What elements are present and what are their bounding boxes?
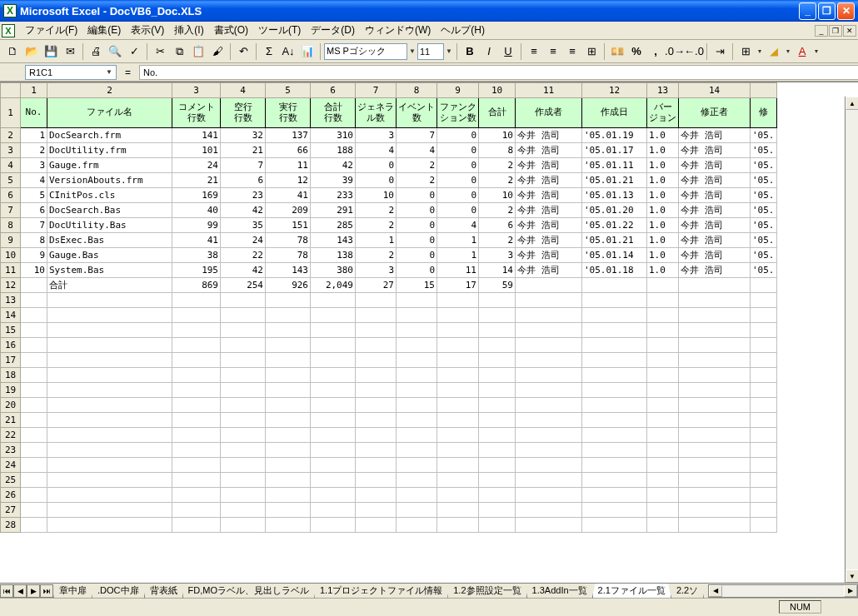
empty-cell[interactable] [679, 413, 751, 428]
empty-cell[interactable] [679, 503, 751, 518]
fill-color-button[interactable]: ◢ [765, 42, 783, 61]
header-cell[interactable]: バージョン [647, 98, 679, 128]
sheet-tab[interactable]: 1.1プロジェクトファイル情報 [314, 584, 448, 599]
data-cell[interactable]: 0 [437, 128, 479, 143]
empty-cell[interactable] [437, 488, 479, 503]
data-cell[interactable]: 137 [266, 128, 311, 143]
data-cell[interactable]: 今井 浩司 [516, 218, 582, 233]
data-cell[interactable]: 41 [266, 188, 311, 203]
data-cell[interactable]: 40 [172, 203, 221, 218]
row-header[interactable]: 5 [1, 173, 21, 188]
data-cell[interactable]: '05. [751, 128, 777, 143]
empty-cell[interactable] [479, 293, 516, 308]
empty-cell[interactable] [356, 413, 397, 428]
empty-cell[interactable] [679, 398, 751, 413]
empty-cell[interactable] [437, 443, 479, 458]
empty-cell[interactable] [582, 398, 647, 413]
row-header[interactable]: 16 [1, 338, 21, 353]
empty-cell[interactable] [397, 488, 437, 503]
data-cell[interactable]: 143 [311, 233, 356, 248]
mdi-restore-button[interactable]: ❐ [829, 25, 842, 37]
row-header[interactable]: 18 [1, 368, 21, 383]
data-cell[interactable]: 0 [397, 218, 437, 233]
empty-cell[interactable] [221, 323, 266, 338]
empty-cell[interactable] [751, 503, 777, 518]
data-cell[interactable]: 99 [172, 218, 221, 233]
data-cell[interactable]: 78 [266, 233, 311, 248]
empty-cell[interactable] [751, 443, 777, 458]
tab-last-button[interactable]: ⏭ [40, 584, 53, 598]
empty-cell[interactable] [397, 338, 437, 353]
data-cell[interactable]: 14 [479, 263, 516, 278]
row-header[interactable]: 13 [1, 293, 21, 308]
sheet-tab[interactable]: .DOC中扉 [92, 584, 145, 599]
empty-cell[interactable] [172, 413, 221, 428]
empty-cell[interactable] [356, 293, 397, 308]
row-header[interactable]: 21 [1, 413, 21, 428]
data-cell[interactable]: 195 [172, 263, 221, 278]
column-header[interactable]: 3 [172, 83, 221, 98]
empty-cell[interactable] [356, 368, 397, 383]
empty-cell[interactable] [172, 293, 221, 308]
minimize-button[interactable]: _ [799, 2, 816, 20]
row-header[interactable]: 4 [1, 158, 21, 173]
data-cell[interactable]: 38 [172, 248, 221, 263]
empty-cell[interactable] [47, 413, 172, 428]
empty-cell[interactable] [221, 518, 266, 533]
data-cell[interactable]: 今井 浩司 [679, 143, 751, 158]
empty-cell[interactable] [582, 458, 647, 473]
total-cell[interactable]: 2,049 [311, 278, 356, 293]
empty-cell[interactable] [311, 428, 356, 443]
data-cell[interactable]: 11 [266, 158, 311, 173]
row-header[interactable]: 25 [1, 473, 21, 488]
empty-cell[interactable] [172, 428, 221, 443]
empty-cell[interactable] [679, 338, 751, 353]
mdi-close-button[interactable]: ✕ [843, 25, 856, 37]
empty-cell[interactable] [582, 443, 647, 458]
sort-asc-button[interactable]: A↓ [279, 42, 297, 61]
close-button[interactable]: ✕ [837, 2, 855, 20]
empty-cell[interactable] [172, 323, 221, 338]
data-cell[interactable]: 39 [311, 173, 356, 188]
data-cell[interactable]: 42 [221, 263, 266, 278]
empty-cell[interactable] [582, 293, 647, 308]
vertical-scrollbar[interactable]: ▲ ▼ [845, 97, 858, 583]
empty-cell[interactable] [221, 488, 266, 503]
empty-cell[interactable] [311, 518, 356, 533]
header-cell[interactable]: 修正者 [679, 98, 751, 128]
menu-item[interactable]: 編集(E) [82, 22, 126, 37]
empty-cell[interactable] [397, 308, 437, 323]
data-cell[interactable]: 1.0 [647, 188, 679, 203]
empty-cell[interactable] [397, 323, 437, 338]
empty-cell[interactable] [516, 398, 582, 413]
header-cell[interactable]: コメント行数 [172, 98, 221, 128]
empty-cell[interactable] [437, 308, 479, 323]
italic-button[interactable]: I [480, 42, 498, 61]
data-cell[interactable]: 2 [21, 143, 47, 158]
bold-button[interactable]: B [461, 42, 479, 61]
empty-cell[interactable] [647, 518, 679, 533]
empty-cell[interactable] [221, 458, 266, 473]
empty-cell[interactable] [356, 323, 397, 338]
empty-cell[interactable] [266, 323, 311, 338]
empty-cell[interactable] [582, 383, 647, 398]
total-cell[interactable] [582, 278, 647, 293]
data-cell[interactable]: 380 [311, 263, 356, 278]
data-cell[interactable]: 6 [21, 203, 47, 218]
data-cell[interactable]: 0 [397, 188, 437, 203]
data-cell[interactable]: 42 [221, 203, 266, 218]
empty-cell[interactable] [397, 518, 437, 533]
empty-cell[interactable] [679, 323, 751, 338]
spell-button[interactable]: ✓ [125, 42, 143, 61]
data-cell[interactable]: 143 [266, 263, 311, 278]
empty-cell[interactable] [582, 353, 647, 368]
empty-cell[interactable] [311, 308, 356, 323]
horizontal-scrollbar[interactable]: ◀ ▶ [708, 584, 858, 598]
empty-cell[interactable] [647, 368, 679, 383]
row-header[interactable]: 17 [1, 353, 21, 368]
empty-cell[interactable] [751, 368, 777, 383]
empty-cell[interactable] [437, 323, 479, 338]
empty-cell[interactable] [221, 383, 266, 398]
data-cell[interactable]: 今井 浩司 [679, 173, 751, 188]
empty-cell[interactable] [582, 428, 647, 443]
